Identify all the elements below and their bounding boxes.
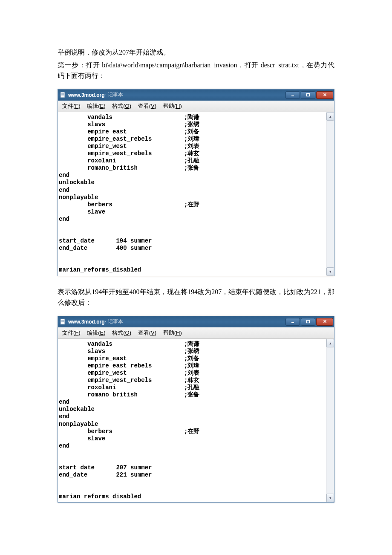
close-button[interactable]: ✕ bbox=[316, 91, 333, 99]
intro-line-2: 第一步：打开 bi\data\world\maps\campaign\barba… bbox=[58, 60, 334, 81]
window-title-suffix: - 记事本 bbox=[105, 91, 123, 98]
notepad-app-icon bbox=[60, 92, 66, 98]
scroll-down-icon[interactable]: ▾ bbox=[326, 494, 334, 502]
menu-format[interactable]: 格式(O) bbox=[110, 101, 134, 111]
minimize-button[interactable] bbox=[285, 318, 300, 326]
notepad-window-2: www.3mod.org - 记事本 ✕ 文件(F) 编辑(E) 格式(O) 查… bbox=[58, 316, 334, 503]
window-titlebar: www.3mod.org - 记事本 ✕ bbox=[58, 316, 334, 327]
notepad-app-icon bbox=[60, 318, 66, 325]
menu-help[interactable]: 帮助(H) bbox=[161, 101, 184, 111]
menu-bar: 文件(F) 编辑(E) 格式(O) 查看(V) 帮助(H) bbox=[58, 101, 334, 112]
minimize-button[interactable] bbox=[285, 91, 300, 99]
maximize-button[interactable] bbox=[301, 91, 315, 99]
menu-file[interactable]: 文件(F) bbox=[60, 328, 83, 338]
notepad-window-1: www.3mod.org - 记事本 ✕ 文件(F) 编辑(E) 格式(O) 查… bbox=[58, 89, 334, 276]
menu-bar: 文件(F) 编辑(E) 格式(O) 查看(V) 帮助(H) bbox=[58, 327, 334, 339]
notepad-text-content-1[interactable]: vandals ;陶谦 slavs ;张绣 empire_east ;刘备 em… bbox=[58, 112, 326, 276]
scroll-down-icon[interactable]: ▾ bbox=[326, 267, 334, 276]
menu-help[interactable]: 帮助(H) bbox=[161, 328, 184, 338]
window-title: www.3mod.org bbox=[68, 319, 105, 325]
svg-rect-5 bbox=[307, 93, 310, 96]
scroll-up-icon[interactable]: ▴ bbox=[326, 339, 334, 347]
menu-edit[interactable]: 编辑(E) bbox=[84, 328, 108, 338]
menu-edit[interactable]: 编辑(E) bbox=[84, 101, 108, 111]
window-title: www.3mod.org bbox=[68, 92, 105, 98]
vertical-scrollbar[interactable]: ▴ ▾ bbox=[326, 112, 334, 276]
middle-paragraph: 表示游戏从194年开始至400年结束，现在将194改为207，结束年代随便改，比… bbox=[58, 286, 334, 308]
menu-view[interactable]: 查看(V) bbox=[135, 101, 159, 111]
menu-format[interactable]: 格式(O) bbox=[110, 328, 134, 338]
scroll-up-icon[interactable]: ▴ bbox=[326, 112, 334, 121]
maximize-button[interactable] bbox=[301, 318, 315, 326]
close-button[interactable]: ✕ bbox=[316, 318, 333, 326]
intro-line-1: 举例说明，修改为从207年开始游戏。 bbox=[58, 47, 334, 58]
window-title-suffix: - 记事本 bbox=[105, 318, 123, 325]
menu-view[interactable]: 查看(V) bbox=[135, 328, 159, 338]
notepad-text-content-2[interactable]: vandals ;陶谦 slavs ;张绣 empire_east ;刘备 em… bbox=[58, 339, 326, 503]
window-titlebar: www.3mod.org - 记事本 ✕ bbox=[58, 90, 334, 101]
svg-rect-11 bbox=[307, 320, 310, 323]
vertical-scrollbar[interactable]: ▴ ▾ bbox=[326, 339, 334, 503]
menu-file[interactable]: 文件(F) bbox=[60, 101, 83, 111]
